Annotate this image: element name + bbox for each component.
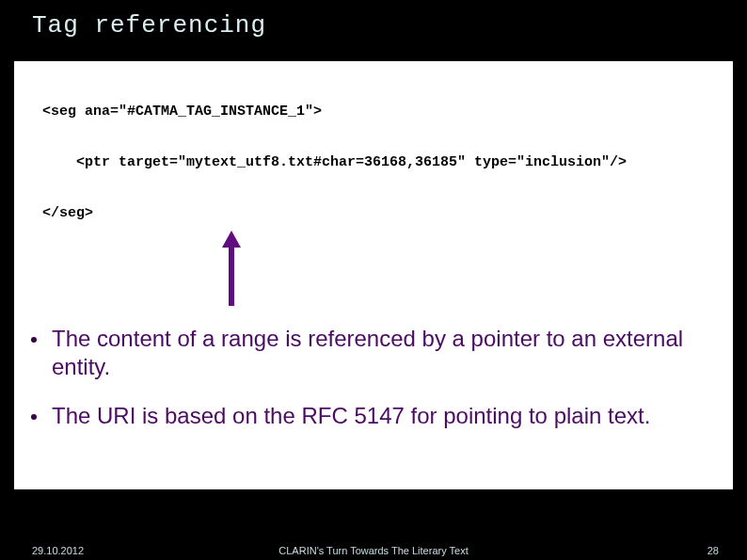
bullet-list: The content of a range is referenced by …	[31, 325, 723, 451]
bullet-item: The content of a range is referenced by …	[31, 325, 723, 381]
code-line-2: <ptr target="mytext_utf8.txt#char=36168,…	[42, 154, 627, 170]
up-arrow-icon	[226, 231, 235, 306]
bullet-text: The content of a range is referenced by …	[52, 325, 723, 381]
bullet-text: The URI is based on the RFC 5147 for poi…	[52, 402, 650, 430]
slide-title: Tag referencing	[0, 0, 747, 40]
code-block: <seg ana="#CATMA_TAG_INSTANCE_1"> <ptr t…	[14, 61, 733, 226]
footer-page-number: 28	[707, 545, 719, 556]
bullet-item: The URI is based on the RFC 5147 for poi…	[31, 402, 723, 430]
code-line-1: <seg ana="#CATMA_TAG_INSTANCE_1">	[42, 104, 322, 120]
bullet-dot-icon	[31, 337, 37, 343]
content-area: <seg ana="#CATMA_TAG_INSTANCE_1"> <ptr t…	[14, 61, 733, 489]
footer-title: CLARIN's Turn Towards The Literary Text	[0, 545, 747, 556]
code-line-3: </seg>	[42, 205, 93, 221]
bullet-dot-icon	[31, 414, 37, 420]
